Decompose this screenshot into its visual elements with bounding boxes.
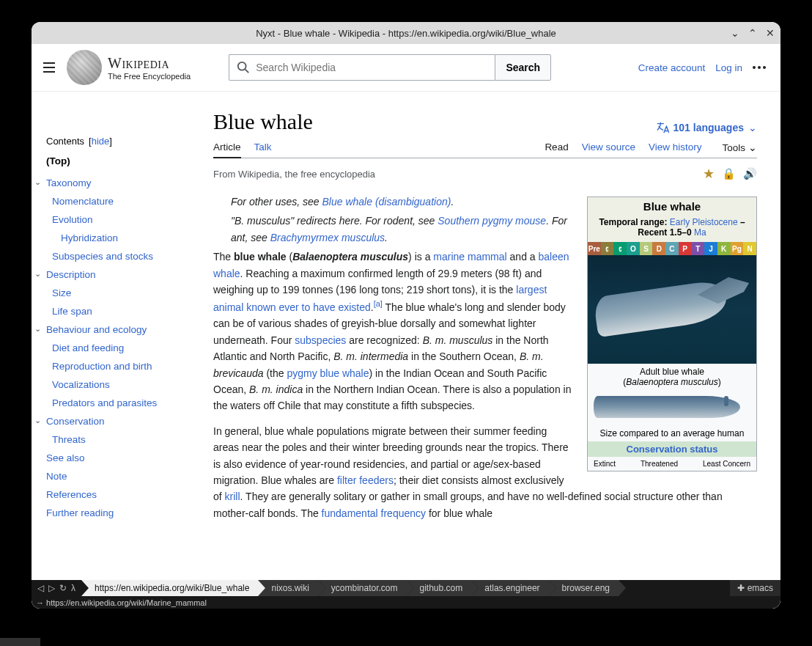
language-icon (656, 121, 669, 134)
wikipedia-logo[interactable]: Wikipedia The Free Encyclopedia (67, 50, 191, 85)
tab-article[interactable]: Article (213, 137, 241, 158)
browser-tab-current[interactable]: https://en.wikipedia.org/wiki/Blue_whale (81, 580, 258, 596)
browser-tab[interactable]: nixos.wiki (258, 580, 317, 596)
toc-lifespan[interactable]: Life span (43, 302, 202, 320)
languages-link[interactable]: 101 languages ⌄ (656, 121, 758, 134)
toc-references[interactable]: References (43, 485, 202, 504)
browser-tab[interactable]: atlas.engineer (471, 580, 548, 596)
conservation-status-header[interactable]: Conservation status (588, 441, 756, 457)
nav-forward-icon[interactable]: ▷ (48, 583, 55, 593)
minimize-icon[interactable]: ⌄ (731, 27, 739, 39)
more-menu-icon[interactable] (753, 66, 766, 69)
tab-view-history[interactable]: View history (649, 137, 702, 158)
toc-further[interactable]: Further reading (43, 504, 202, 522)
toc-reproduction[interactable]: Reproduction and birth (43, 357, 202, 375)
toc-top[interactable]: (Top) (43, 155, 202, 166)
featured-star-icon[interactable]: ★ (703, 166, 715, 182)
wordmark: Wikipedia (108, 55, 191, 72)
toc-taxonomy[interactable]: Taxonomy (43, 174, 202, 192)
tab-read[interactable]: Read (545, 137, 568, 158)
toc-diet[interactable]: Diet and feeding (43, 339, 202, 357)
toc-predators[interactable]: Predators and parasites (43, 394, 202, 412)
search-button[interactable]: Search (495, 54, 551, 81)
search-box[interactable] (229, 54, 495, 81)
create-account-link[interactable]: Create account (638, 62, 706, 73)
toc-conservation[interactable]: Conservation (43, 412, 202, 430)
tab-view-source[interactable]: View source (582, 137, 635, 158)
tab-tools[interactable]: Tools⌄ (722, 137, 757, 158)
status-line: → https://en.wikipedia.org/wiki/Marine_m… (32, 596, 780, 609)
svg-point-0 (238, 62, 246, 70)
infobox-size-diagram[interactable] (588, 390, 756, 425)
conservation-labels: ExtinctThreatenedLeast Concern (588, 457, 756, 471)
toc-description[interactable]: Description (43, 265, 202, 284)
toc-seealso[interactable]: See also (43, 449, 202, 467)
window-titlebar: Nyxt - Blue whale - Wikipedia - https://… (32, 22, 780, 44)
toc-hybridization[interactable]: Hybridization (43, 229, 202, 247)
contents-label: Contents (46, 136, 84, 147)
login-link[interactable]: Log in (715, 62, 742, 73)
svg-line-1 (246, 70, 249, 73)
browser-tab[interactable]: ycombinator.com (318, 580, 407, 596)
emacs-button[interactable]: ✚emacs (730, 580, 780, 596)
wikipedia-header: Wikipedia The Free Encyclopedia Search C… (32, 44, 780, 92)
toc-note[interactable]: Note (43, 467, 202, 485)
chevron-down-icon: ⌄ (748, 122, 757, 133)
toc-size[interactable]: Size (43, 284, 202, 302)
browser-tab[interactable]: browser.eng (549, 580, 619, 596)
globe-icon (67, 50, 102, 85)
toc-behaviour[interactable]: Behaviour and ecology (43, 320, 202, 339)
nav-lambda-icon[interactable]: λ (71, 583, 75, 593)
article-body: Blue whale 101 languages ⌄ Article Talk … (202, 92, 780, 580)
plus-icon: ✚ (737, 583, 745, 593)
infobox: Blue whale Temporal range: Early Pleisto… (587, 197, 757, 471)
infobox-title: Blue whale (588, 197, 756, 216)
contents-sidebar: Contents [hide] (Top) Taxonomy Nomenclat… (32, 92, 202, 580)
close-icon[interactable]: ✕ (766, 27, 775, 39)
nav-reload-icon[interactable]: ↻ (59, 583, 67, 593)
toc-nomenclature[interactable]: Nomenclature (43, 192, 202, 210)
nyxt-tab-bar: ◁ ▷ ↻ λ https://en.wikipedia.org/wiki/Bl… (32, 580, 780, 596)
infobox-temporal-range: Temporal range: Early Pleistocene – Rece… (588, 216, 756, 242)
infobox-caption2: Size compared to an average human (588, 425, 756, 441)
geologic-timescale[interactable]: PreꞒꞒOSDCPTJKPgN (588, 242, 756, 255)
infobox-photo[interactable] (588, 255, 756, 364)
hamburger-menu-icon[interactable] (40, 59, 58, 76)
search-input[interactable] (256, 62, 487, 73)
maximize-icon[interactable]: ⌃ (748, 27, 757, 39)
toc-subspecies[interactable]: Subspecies and stocks (43, 247, 202, 265)
window-title: Nyxt - Blue whale - Wikipedia - https://… (256, 28, 556, 39)
toc-vocalizations[interactable]: Vocalizations (43, 375, 202, 394)
search-icon (237, 61, 250, 74)
lock-icon[interactable]: 🔒 (722, 167, 736, 180)
nav-back-icon[interactable]: ◁ (37, 583, 44, 593)
hide-toggle[interactable]: [hide] (89, 136, 112, 147)
toc-evolution[interactable]: Evolution (43, 210, 202, 229)
browser-tab[interactable]: github.com (407, 580, 472, 596)
page-title: Blue whale (213, 109, 313, 134)
tab-talk[interactable]: Talk (254, 137, 272, 158)
desktop-strip (0, 638, 40, 646)
tagline: The Free Encyclopedia (108, 72, 191, 81)
toc-threats[interactable]: Threats (43, 430, 202, 449)
article-subtitle: From Wikipedia, the free encyclopedia (213, 169, 375, 180)
chevron-down-icon: ⌄ (748, 142, 757, 153)
audio-icon[interactable]: 🔊 (743, 167, 757, 180)
infobox-caption1: Adult blue whale(Balaenoptera musculus) (588, 364, 756, 390)
